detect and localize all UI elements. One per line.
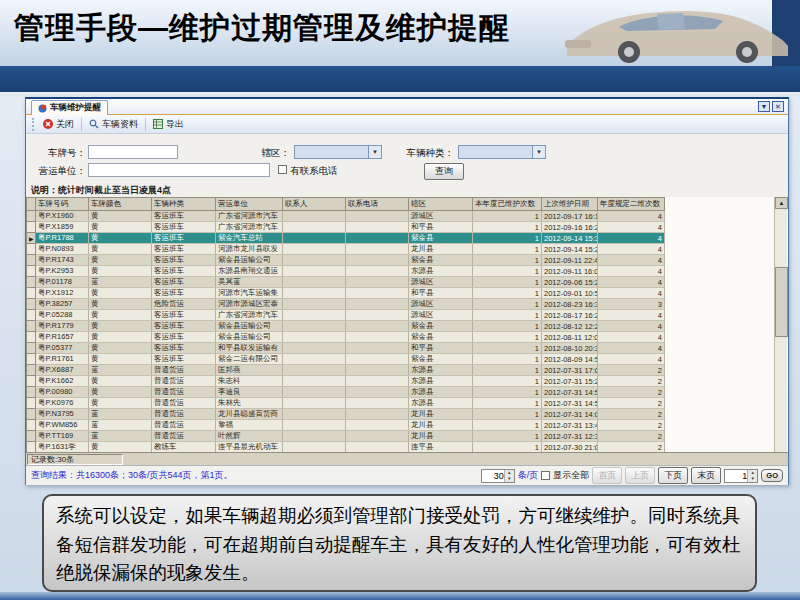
table-cell[interactable]: 紫金县 [409, 233, 473, 244]
table-row[interactable]: 粤P.N0893黄客运班车河源市龙川县联发龙川县12012-09-14 15:2… [27, 244, 665, 255]
table-cell[interactable]: 1 [473, 332, 542, 343]
table-cell[interactable]: 1 [473, 233, 542, 244]
district-select[interactable]: ▼ [294, 145, 382, 159]
table-cell[interactable]: 河源市源城区宏泰 [216, 299, 283, 310]
table-cell[interactable]: 1 [473, 365, 542, 376]
table-cell[interactable]: 粤P.R1657 [36, 332, 89, 343]
table-cell[interactable]: 粤P.X6887 [36, 365, 89, 376]
scroll-up-icon[interactable]: ▲ [775, 197, 788, 209]
table-cell[interactable]: 紫金县运输公司 [216, 255, 283, 266]
table-cell[interactable]: 教练车 [152, 442, 216, 453]
table-cell[interactable]: 连平县晨光机动车 [216, 442, 283, 453]
table-cell[interactable] [346, 343, 409, 354]
table-cell[interactable] [283, 376, 346, 387]
table-row[interactable]: 粤P.1631学黄教练车连平县晨光机动车连平县12012-07-30 21:05… [27, 442, 665, 453]
table-cell[interactable]: 粤P.05288 [36, 310, 89, 321]
column-header[interactable]: 上次维护日期 [542, 198, 598, 211]
table-cell[interactable]: 2012-07-31 14:51 [542, 398, 598, 409]
stepper-arrows-icon[interactable]: ▲▼ [504, 470, 514, 482]
table-cell[interactable]: 客运班车 [152, 266, 216, 277]
table-cell[interactable]: 紫金县运输公司 [216, 332, 283, 343]
row-selector[interactable] [27, 332, 36, 343]
table-cell[interactable] [346, 211, 409, 222]
table-cell[interactable]: 龙川县 [409, 409, 473, 420]
table-cell[interactable] [346, 409, 409, 420]
table-cell[interactable]: 2012-08-09 14:50 [542, 354, 598, 365]
table-cell[interactable]: 1 [473, 255, 542, 266]
table-cell[interactable]: 4 [598, 277, 665, 288]
table-cell[interactable]: 粤P.X1912 [36, 288, 89, 299]
table-cell[interactable]: 匡邦燕 [216, 365, 283, 376]
table-cell[interactable]: 3 [598, 299, 665, 310]
table-cell[interactable]: 紫金县 [409, 321, 473, 332]
table-cell[interactable]: 黄 [89, 222, 152, 233]
table-cell[interactable]: 粤P.TT169 [36, 431, 89, 442]
table-cell[interactable]: 蓝 [89, 409, 152, 420]
table-cell[interactable]: 东源县 [409, 398, 473, 409]
table-cell[interactable]: 黄 [89, 288, 152, 299]
table-cell[interactable]: 广东省河源市汽车 [216, 211, 283, 222]
table-cell[interactable]: 2012-08-10 20:35 [542, 343, 598, 354]
table-row[interactable]: 粤P.K1662黄普通货运朱志科东源县12012-07-31 15:282 [27, 376, 665, 387]
table-cell[interactable]: 2012-08-12 12:20 [542, 321, 598, 332]
table-cell[interactable]: 黄 [89, 211, 152, 222]
table-cell[interactable]: 2012-07-31 12:37 [542, 431, 598, 442]
table-cell[interactable]: 粤P.R1788 [36, 233, 89, 244]
table-cell[interactable]: 客运班车 [152, 310, 216, 321]
table-cell[interactable]: 2012-09-17 16:15 [542, 211, 598, 222]
table-cell[interactable] [346, 398, 409, 409]
table-cell[interactable]: 龙川县 [409, 244, 473, 255]
table-cell[interactable]: 和平县 [409, 288, 473, 299]
table-cell[interactable]: 2012-09-14 15:24 [542, 244, 598, 255]
table-row[interactable]: ▶粤P.R1788黄客运班车紫金汽车总站紫金县12012-09-14 15:31… [27, 233, 665, 244]
table-cell[interactable]: 粤P.K1662 [36, 376, 89, 387]
table-cell[interactable]: 1 [473, 420, 542, 431]
table-cell[interactable]: 4 [598, 266, 665, 277]
table-cell[interactable]: 粤P.05377 [36, 343, 89, 354]
table-cell[interactable]: 黄 [89, 387, 152, 398]
table-cell[interactable]: 2012-07-31 14:04 [542, 409, 598, 420]
table-row[interactable]: 粤P.R1657黄客运班车紫金县运输公司紫金县12012-08-11 12:01… [27, 332, 665, 343]
table-cell[interactable]: 客运班车 [152, 288, 216, 299]
row-selector[interactable] [27, 343, 36, 354]
table-cell[interactable]: 黄 [89, 376, 152, 387]
table-cell[interactable] [283, 310, 346, 321]
table-cell[interactable]: 2012-07-30 21:05 [542, 442, 598, 453]
close-window-icon[interactable]: ✕ [772, 101, 784, 112]
table-cell[interactable]: 源城区 [409, 211, 473, 222]
table-cell[interactable] [283, 233, 346, 244]
first-page-button[interactable]: 首页 [592, 467, 622, 484]
row-selector[interactable] [27, 222, 36, 233]
table-cell[interactable] [346, 321, 409, 332]
page-size-stepper[interactable]: ▲▼ [481, 469, 515, 483]
column-header[interactable]: 车辆种类 [152, 198, 216, 211]
table-row[interactable]: 粤P.38257黄危险货运河源市源城区宏泰源城区12012-08-23 16:3… [27, 299, 665, 310]
table-cell[interactable]: 客运班车 [152, 277, 216, 288]
table-cell[interactable]: 广东省河源市汽车 [216, 310, 283, 321]
table-cell[interactable] [346, 365, 409, 376]
table-cell[interactable]: 龙川县 [409, 420, 473, 431]
table-cell[interactable] [283, 365, 346, 376]
table-cell[interactable]: 粤P.K0976 [36, 398, 89, 409]
table-cell[interactable]: 李迪良 [216, 387, 283, 398]
table-cell[interactable] [346, 420, 409, 431]
page-number-input[interactable] [725, 470, 747, 482]
table-cell[interactable]: 龙川县聪盛百货商 [216, 409, 283, 420]
table-cell[interactable]: 粤P.01178 [36, 277, 89, 288]
table-cell[interactable]: 2012-09-16 16:23 [542, 222, 598, 233]
table-cell[interactable]: 客运班车 [152, 321, 216, 332]
table-row[interactable]: 粤P.R1779黄客运班车紫金县运输公司紫金县12012-08-12 12:20… [27, 321, 665, 332]
table-cell[interactable]: 1 [473, 354, 542, 365]
table-cell[interactable]: 客运班车 [152, 233, 216, 244]
table-cell[interactable]: 1 [473, 431, 542, 442]
table-row[interactable]: 粤P.X1960黄客运班车广东省河源市汽车源城区12012-09-17 16:1… [27, 211, 665, 222]
table-cell[interactable] [346, 442, 409, 453]
table-cell[interactable]: 普通货运 [152, 376, 216, 387]
table-cell[interactable]: 1 [473, 310, 542, 321]
table-cell[interactable]: 1 [473, 409, 542, 420]
row-selector[interactable] [27, 244, 36, 255]
table-cell[interactable]: 普通货运 [152, 409, 216, 420]
table-cell[interactable]: 和平县 [409, 343, 473, 354]
table-cell[interactable]: 2 [598, 409, 665, 420]
row-selector[interactable] [27, 365, 36, 376]
